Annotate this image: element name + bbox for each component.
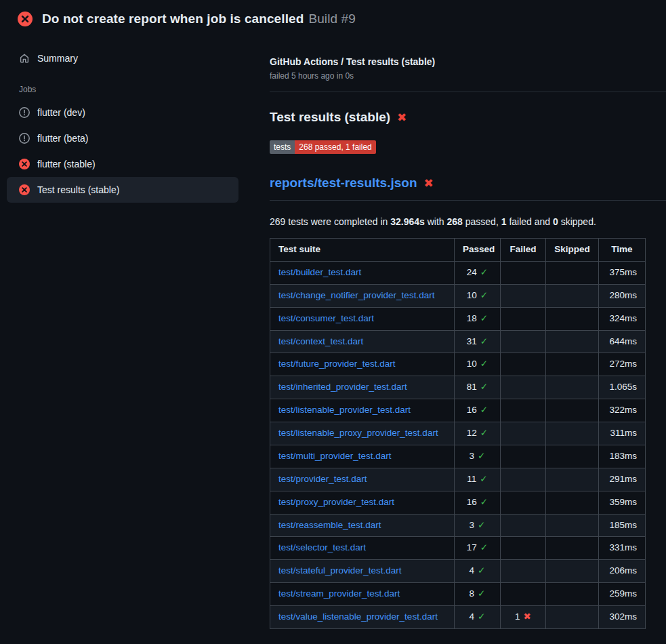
suite-cell: test/stream_provider_test.dart — [270, 583, 455, 606]
skipped-cell — [546, 468, 599, 491]
skipped-cell — [546, 514, 599, 537]
summary-text-segment: 268 — [447, 216, 463, 227]
alert-circle-icon — [19, 133, 30, 144]
table-row: test/provider_test.dart11✓291ms — [270, 468, 646, 491]
page-title: Do not create report when job is cancell… — [42, 12, 356, 26]
summary-text-segment: 32.964s — [390, 216, 425, 227]
test-suite-link[interactable]: test/inherited_provider_test.dart — [278, 382, 407, 392]
sidebar-item-flutter-beta[interactable]: flutter (beta) — [7, 125, 238, 151]
time-cell: 302ms — [599, 606, 646, 629]
x-icon: ✖ — [524, 611, 531, 622]
check-icon: ✓ — [480, 405, 488, 415]
test-suite-link[interactable]: test/stream_provider_test.dart — [278, 588, 400, 599]
sidebar-item-test-results-stable[interactable]: Test results (stable) — [7, 177, 238, 203]
table-row: test/reassemble_test.dart3✓185ms — [270, 514, 646, 537]
passed-cell: 4✓ — [455, 560, 501, 583]
page-layout: Summary Jobs flutter (dev) flutter (beta… — [0, 35, 666, 629]
failed-cell — [501, 307, 546, 330]
skipped-cell — [546, 261, 599, 284]
passed-cell: 16✓ — [455, 491, 501, 514]
test-suite-link[interactable]: test/builder_test.dart — [278, 267, 361, 277]
time-cell: 206ms — [599, 560, 646, 583]
summary-text-segment: with — [425, 216, 447, 227]
test-suite-link[interactable]: test/change_notifier_provider_test.dart — [278, 290, 434, 300]
passed-count: 17 — [467, 542, 477, 552]
test-suite-link[interactable]: test/context_test.dart — [278, 336, 363, 346]
suite-cell: test/reassemble_test.dart — [270, 514, 455, 537]
failed-cell — [501, 284, 546, 307]
test-suite-link[interactable]: test/provider_test.dart — [278, 474, 367, 484]
check-icon: ✓ — [478, 588, 485, 599]
check-icon: ✓ — [480, 267, 488, 277]
test-suite-link[interactable]: test/listenable_provider_test.dart — [278, 405, 411, 415]
test-suite-link[interactable]: test/value_listenable_provider_test.dart — [278, 611, 438, 622]
check-icon: ✓ — [480, 428, 488, 438]
test-suite-link[interactable]: test/stateful_provider_test.dart — [278, 565, 402, 576]
summary-line: 269 tests were completed in 32.964s with… — [270, 216, 645, 227]
sidebar-item-flutter-stable[interactable]: flutter (stable) — [7, 151, 238, 177]
test-suite-link[interactable]: test/listenable_proxy_provider_test.dart — [278, 428, 438, 438]
failed-cell — [501, 422, 546, 445]
failed-cell — [501, 376, 546, 399]
skipped-cell — [546, 422, 599, 445]
x-circle-icon — [19, 184, 30, 195]
results-table-body: test/builder_test.dart24✓375mstest/chang… — [270, 261, 646, 628]
summary-text-segment: skipped. — [558, 216, 596, 227]
passed-count: 16 — [467, 405, 477, 415]
suite-cell: test/builder_test.dart — [270, 261, 455, 284]
passed-cell: 11✓ — [455, 468, 501, 491]
test-suite-link[interactable]: test/multi_provider_test.dart — [278, 451, 392, 461]
test-suite-link[interactable]: test/reassemble_test.dart — [278, 520, 381, 530]
test-suite-link[interactable]: test/consumer_test.dart — [278, 313, 374, 323]
skipped-cell — [546, 537, 599, 560]
check-icon: ✓ — [480, 382, 488, 392]
report-file-link[interactable]: reports/test-results.json — [270, 176, 417, 190]
time-cell: 291ms — [599, 468, 646, 491]
test-suite-link[interactable]: test/future_provider_test.dart — [278, 359, 396, 369]
run-status-text: failed 5 hours ago in 0s — [270, 71, 645, 81]
time-cell: 280ms — [599, 284, 646, 307]
time-cell: 183ms — [599, 445, 646, 468]
passed-cell: 81✓ — [455, 376, 501, 399]
main-content: GitHub Actions / Test results (stable) f… — [253, 35, 666, 629]
failed-cell — [501, 583, 546, 606]
failed-count: 1 — [515, 611, 520, 622]
summary-text-segment: 0 — [553, 216, 558, 227]
breadcrumb: GitHub Actions / Test results (stable) — [270, 56, 645, 67]
passed-cell: 18✓ — [455, 307, 501, 330]
passed-cell: 31✓ — [455, 330, 501, 353]
suite-cell: test/value_listenable_provider_test.dart — [270, 606, 455, 629]
passed-count: 3 — [470, 520, 475, 530]
skipped-cell — [546, 330, 599, 353]
sidebar-item-label: Test results (stable) — [37, 184, 119, 195]
check-icon: ✓ — [480, 359, 488, 369]
suite-cell: test/context_test.dart — [270, 330, 455, 353]
passed-count: 10 — [467, 359, 477, 369]
cross-mark-icon: ✖ — [397, 112, 407, 123]
passed-cell: 3✓ — [455, 445, 501, 468]
test-suite-link[interactable]: test/proxy_provider_test.dart — [278, 497, 394, 507]
column-header-skipped: Skipped — [546, 239, 599, 262]
sidebar-item-summary[interactable]: Summary — [7, 45, 238, 71]
passed-count: 18 — [467, 313, 477, 323]
check-icon: ✓ — [480, 474, 487, 484]
failed-cell — [501, 468, 546, 491]
passed-count: 11 — [467, 474, 476, 484]
report-heading: reports/test-results.json ✖ — [270, 176, 666, 201]
suite-cell: test/inherited_provider_test.dart — [270, 376, 455, 399]
suite-cell: test/stateful_provider_test.dart — [270, 560, 455, 583]
suite-cell: test/consumer_test.dart — [270, 307, 455, 330]
skipped-cell — [546, 353, 599, 376]
badge-value: 268 passed, 1 failed — [295, 140, 375, 154]
failed-cell — [501, 560, 546, 583]
time-cell: 331ms — [599, 537, 646, 560]
sidebar-item-flutter-dev[interactable]: flutter (dev) — [7, 100, 238, 125]
passed-count: 8 — [470, 588, 475, 599]
table-row: test/stateful_provider_test.dart4✓206ms — [270, 560, 646, 583]
test-suite-link[interactable]: test/selector_test.dart — [278, 542, 366, 552]
sidebar-job-list: flutter (dev) flutter (beta) flutter (st… — [7, 100, 238, 203]
table-row: test/listenable_proxy_provider_test.dart… — [270, 422, 646, 445]
passed-cell: 10✓ — [455, 284, 501, 307]
suite-cell: test/provider_test.dart — [270, 468, 455, 491]
x-circle-icon — [18, 12, 33, 26]
